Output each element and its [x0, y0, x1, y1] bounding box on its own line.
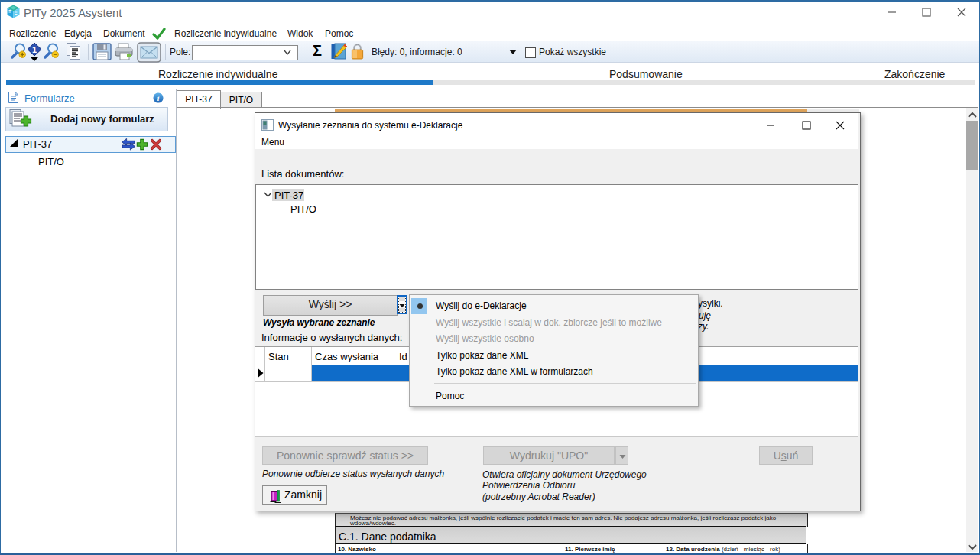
svg-text:i: i	[157, 94, 160, 102]
svg-text:1: 1	[32, 45, 37, 54]
